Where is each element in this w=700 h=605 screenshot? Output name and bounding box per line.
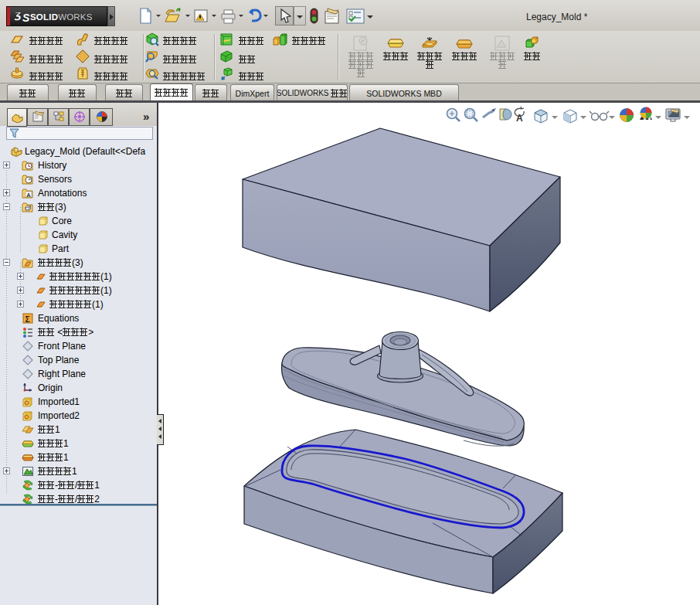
svg-text:A: A (516, 113, 523, 124)
